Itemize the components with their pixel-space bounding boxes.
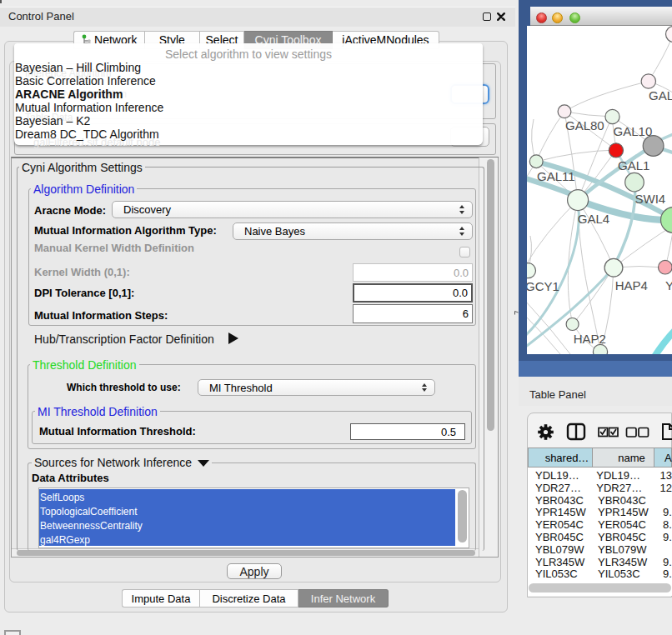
svg-text:HAP2: HAP2 bbox=[574, 332, 606, 346]
svg-text:GAL11: GAL11 bbox=[537, 169, 575, 183]
svg-text:GAL4: GAL4 bbox=[578, 212, 609, 226]
svg-text:Y: Y bbox=[665, 278, 672, 292]
svg-text:GAL1: GAL1 bbox=[618, 158, 649, 172]
svg-text:HAP4: HAP4 bbox=[615, 278, 648, 292]
svg-text:SWI4: SWI4 bbox=[635, 192, 666, 206]
svg-text:GAL: GAL bbox=[649, 88, 672, 102]
svg-text:GAL80: GAL80 bbox=[565, 118, 604, 132]
svg-text:GAL10: GAL10 bbox=[614, 124, 653, 138]
svg-text:GCY1: GCY1 bbox=[527, 279, 559, 293]
